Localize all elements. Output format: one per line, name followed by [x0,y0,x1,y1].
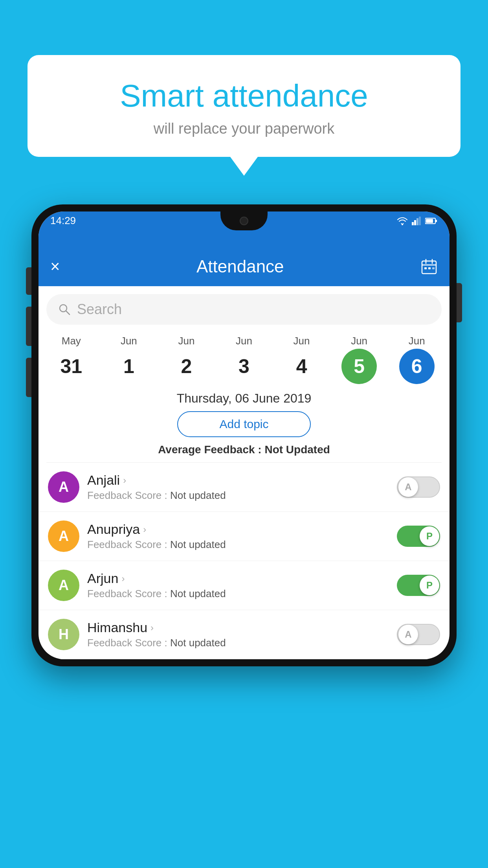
student-info: Arjun ›Feedback Score : Not updated [87,571,389,600]
cal-month-label: Jun [121,335,137,347]
svg-point-0 [402,224,403,225]
table-row: AArjun ›Feedback Score : Not updatedP [39,561,449,610]
student-list: AAnjali ›Feedback Score : Not updatedAAA… [39,463,449,659]
bubble-subtitle: will replace your paperwork [51,120,437,137]
table-row: AAnjali ›Feedback Score : Not updatedA [39,463,449,512]
average-feedback: Average Feedback : Not Updated [39,443,449,456]
attendance-toggle[interactable]: A [397,624,440,645]
phone-wrapper: 14:29 [31,204,457,666]
cal-month-label: Jun [409,335,425,347]
phone-top-bar: 14:29 [39,211,449,247]
cal-date-number: 31 [53,349,89,384]
toggle-knob: A [398,625,418,644]
student-name[interactable]: Anupriya › [87,522,389,537]
avatar: A [48,471,79,503]
table-row: HHimanshu ›Feedback Score : Not updatedA [39,610,449,659]
feedback-value: Not updated [170,637,226,649]
chevron-icon: › [150,622,154,633]
calendar-day[interactable]: Jun5 [336,335,383,384]
avg-feedback-value: Not Updated [264,443,330,456]
cal-month-label: May [62,335,81,347]
speech-bubble-container: Smart attendance will replace your paper… [28,55,460,157]
cal-month-label: Jun [351,335,367,347]
phone-screen: 14:29 [39,211,449,659]
calendar-day[interactable]: Jun4 [278,335,325,384]
phone-side-btn-right [457,283,462,322]
search-placeholder: Search [77,301,122,318]
chevron-icon: › [143,524,146,535]
svg-rect-14 [432,267,435,269]
calendar-day[interactable]: Jun3 [220,335,268,384]
calendar-icon[interactable] [420,258,438,275]
cal-date-number: 6 [399,349,435,384]
calendar-day[interactable]: Jun1 [105,335,152,384]
add-topic-button[interactable]: Add topic [177,411,311,437]
wifi-icon [397,217,408,225]
feedback-score: Feedback Score : Not updated [87,588,389,600]
avatar: H [48,619,79,650]
svg-rect-7 [426,219,433,223]
signal-icon [412,217,421,225]
svg-rect-2 [414,220,416,225]
phone-side-btn-left1 [26,267,31,295]
avatar: A [48,520,79,552]
svg-rect-4 [419,217,421,225]
feedback-value: Not updated [170,588,226,600]
search-bar[interactable]: Search [46,294,442,325]
student-info: Himanshu ›Feedback Score : Not updated [87,620,389,649]
search-icon [58,303,71,316]
app-bar: × Attendance [39,247,449,286]
svg-rect-12 [424,267,427,269]
calendar-strip: May31Jun1Jun2Jun3Jun4Jun5Jun6 [39,329,449,384]
cal-month-label: Jun [294,335,310,347]
feedback-score: Feedback Score : Not updated [87,489,389,502]
calendar-day[interactable]: Jun6 [393,335,440,384]
feedback-score: Feedback Score : Not updated [87,637,389,649]
cal-month-label: Jun [236,335,252,347]
toggle-knob: P [420,526,439,546]
feedback-value: Not updated [170,539,226,550]
phone-side-btn-left3 [26,358,31,397]
chevron-icon: › [121,573,125,584]
close-button[interactable]: × [50,257,60,276]
phone: 14:29 [31,204,457,666]
attendance-toggle[interactable]: P [397,575,440,596]
cal-month-label: Jun [178,335,194,347]
speech-bubble: Smart attendance will replace your paper… [28,55,460,157]
student-info: Anjali ›Feedback Score : Not updated [87,473,389,502]
camera-dot [240,217,248,225]
chevron-icon: › [123,475,126,486]
svg-rect-13 [428,267,431,269]
cal-date-number: 5 [341,349,377,384]
status-icons [397,217,438,225]
attendance-toggle[interactable]: P [397,526,440,547]
toggle-knob: A [398,477,418,497]
attendance-toggle[interactable]: A [397,476,440,498]
student-info: Anupriya ›Feedback Score : Not updated [87,522,389,551]
feedback-score: Feedback Score : Not updated [87,539,389,551]
cal-date-number: 3 [226,349,262,384]
phone-notch [220,211,268,230]
avatar: A [48,570,79,601]
cal-date-number: 4 [284,349,319,384]
table-row: AAnupriya ›Feedback Score : Not updatedP [39,512,449,561]
student-name[interactable]: Anjali › [87,473,389,488]
svg-rect-1 [412,222,414,225]
app-bar-title: Attendance [196,257,284,276]
cal-date-number: 1 [111,349,147,384]
battery-icon [425,217,438,224]
phone-side-btn-left2 [26,307,31,346]
svg-rect-6 [435,220,437,222]
student-name[interactable]: Himanshu › [87,620,389,635]
selected-date-label: Thursday, 06 June 2019 [39,384,449,411]
svg-rect-3 [416,218,418,225]
svg-line-16 [66,311,70,314]
cal-date-number: 2 [169,349,204,384]
student-name[interactable]: Arjun › [87,571,389,586]
calendar-day[interactable]: May31 [48,335,95,384]
feedback-value: Not updated [170,489,226,501]
status-time: 14:29 [50,215,76,227]
calendar-day[interactable]: Jun2 [163,335,210,384]
bubble-title: Smart attendance [51,79,437,113]
toggle-knob: P [420,576,439,595]
